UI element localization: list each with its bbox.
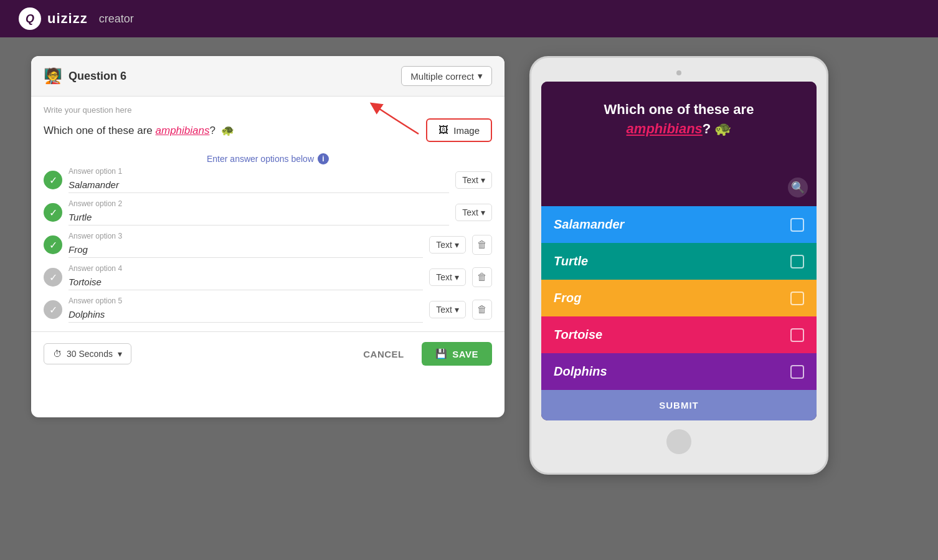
save-label: SAVE [452,349,478,359]
topbar: Q uizizz creator [0,0,938,37]
turtle-emoji: 🐢 [221,125,234,136]
text-dropdown-label: Text [436,272,452,282]
logo-name: uizizz [47,11,88,27]
answer-option-label: Answer option 2 [69,199,449,208]
question-mark: ? [210,125,219,136]
cancel-button[interactable]: CANCEL [353,344,414,364]
clock-icon: ⏱ [53,349,62,359]
chevron-down-icon: ▾ [481,207,485,217]
answer-input-5[interactable] [69,306,423,323]
tablet-highlight: amphibians [627,121,703,136]
answer-checkbox-2[interactable] [790,255,804,268]
tablet-home-button[interactable] [666,429,691,454]
answer-input-group: Answer option 3 [69,232,423,258]
question-icon: 🧑‍🏫 [44,67,62,85]
text-dropdown-label: Text [436,240,452,250]
tablet-screen: Which one of these are amphibians? 🐢 🔍 S… [541,82,817,420]
answer-checkbox-3[interactable] [790,292,804,305]
tablet-answer-5[interactable]: Dolphins [541,353,817,390]
tablet-question-area: Which one of these are amphibians? 🐢 🔍 [541,82,817,206]
chevron-down-icon: ▾ [118,349,122,359]
chevron-down-icon: ▾ [478,70,483,82]
text-dropdown-4[interactable]: Text ▾ [429,268,466,286]
answer-option-label: Answer option 4 [69,264,423,273]
question-text: Which one of these are amphibians? 🐢 [44,124,234,137]
answer-input-group: Answer option 5 [69,297,423,323]
table-row: ✓ Answer option 2 Text ▾ [44,199,492,225]
question-card: 🧑‍🏫 Question 6 Multiple correct ▾ Write … [31,56,505,417]
correct-check-icon[interactable]: ✓ [44,235,62,254]
correct-check-icon[interactable]: ✓ [44,171,62,189]
delete-button-3[interactable]: 🗑 [472,235,492,255]
text-dropdown-2[interactable]: Text ▾ [455,204,492,221]
answer-input-group: Answer option 1 [69,167,449,193]
tablet-answer-2[interactable]: Turtle [541,243,817,280]
text-dropdown-1[interactable]: Text ▾ [455,171,492,189]
question-text-plain: Which one of these are [44,125,156,136]
time-dropdown[interactable]: ⏱ 30 Seconds ▾ [44,343,131,364]
answer-checkbox-4[interactable] [790,328,804,342]
chevron-down-icon: ▾ [481,175,485,185]
tablet-answer-text: Dolphins [554,364,607,379]
save-button[interactable]: 💾 SAVE [422,342,492,366]
question-highlight: amphibians [156,125,210,136]
creator-label: creator [99,12,134,26]
answer-input-1[interactable] [69,177,449,193]
tablet-answer-text: Turtle [554,254,588,268]
delete-button-5[interactable]: 🗑 [472,300,492,320]
question-number-label: Question 6 [69,70,126,83]
type-label: Multiple correct [410,71,474,82]
question-text-row: Which one of these are amphibians? 🐢 [44,118,492,142]
text-dropdown-3[interactable]: Text ▾ [429,236,466,254]
table-row: ✓ Answer option 3 Text ▾ 🗑 [44,232,492,258]
table-row: ✓ Answer option 5 Text ▾ 🗑 [44,297,492,323]
main-content: 🧑‍🏫 Question 6 Multiple correct ▾ Write … [0,37,938,493]
text-dropdown-label: Text [436,305,452,315]
tablet-answers: Salamander Turtle Frog Tortoise Dolphins [541,206,817,420]
submit-button[interactable]: SUBMIT [541,390,817,420]
unchecked-icon[interactable]: ✓ [44,300,62,319]
tablet-answer-text: Salamander [554,217,624,232]
chevron-down-icon: ▾ [455,240,459,250]
answer-checkbox-5[interactable] [790,365,804,379]
unchecked-icon[interactable]: ✓ [44,268,62,287]
tablet-preview: Which one of these are amphibians? 🐢 🔍 S… [529,56,828,475]
tablet-question-text: Which one of these are amphibians? 🐢 [556,100,802,139]
answers-section: ✓ Answer option 1 Text ▾ ✓ Answer option… [31,167,505,323]
footer-buttons: CANCEL 💾 SAVE [353,342,492,366]
card-header: 🧑‍🏫 Question 6 Multiple correct ▾ [31,56,505,97]
answer-input-group: Answer option 4 [69,264,423,290]
correct-check-icon[interactable]: ✓ [44,203,62,222]
tablet-answer-3[interactable]: Frog [541,280,817,316]
logo-icon: Q [19,7,41,30]
answer-option-label: Answer option 1 [69,167,449,176]
text-dropdown-5[interactable]: Text ▾ [429,301,466,318]
answer-checkbox-1[interactable] [790,218,804,232]
zoom-icon[interactable]: 🔍 [788,178,808,197]
tablet-answer-text: Tortoise [554,328,602,342]
tablet-answer-4[interactable]: Tortoise [541,316,817,353]
answer-input-group: Answer option 2 [69,199,449,225]
answer-input-3[interactable] [69,242,423,258]
card-footer: ⏱ 30 Seconds ▾ CANCEL 💾 SAVE [31,331,505,376]
chevron-down-icon: ▾ [455,305,459,315]
image-button[interactable]: 🖼 Image [426,118,492,142]
image-button-area: 🖼 Image [426,118,492,142]
answer-option-label: Answer option 3 [69,232,423,240]
timer-label: 30 Seconds [67,349,113,359]
image-icon: 🖼 [438,125,448,136]
answer-input-2[interactable] [69,209,449,225]
info-icon: i [318,153,329,164]
table-row: ✓ Answer option 1 Text ▾ [44,167,492,193]
delete-button-4[interactable]: 🗑 [472,267,492,287]
logo-letter: Q [26,12,34,26]
tablet-camera [676,70,681,75]
save-icon: 💾 [435,348,448,359]
logo: Q uizizz creator [19,7,134,30]
answer-input-4[interactable] [69,274,423,290]
tablet-answer-1[interactable]: Salamander [541,206,817,243]
chevron-down-icon: ▾ [455,272,459,282]
answer-hint: Enter answer options below i [31,148,505,167]
tablet-answer-text: Frog [554,291,581,305]
type-dropdown[interactable]: Multiple correct ▾ [401,66,492,86]
